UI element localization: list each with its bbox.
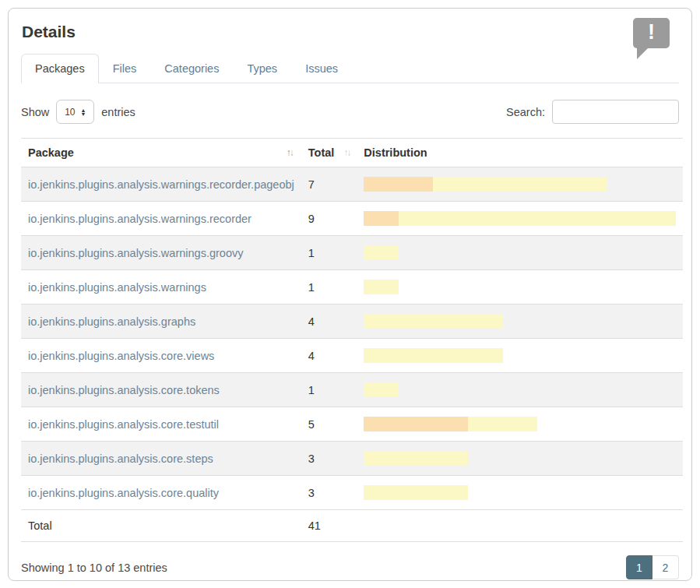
package-link[interactable]: io.jenkins.plugins.analysis.core.steps <box>28 452 213 465</box>
table-controls: Show 10 ▲▼ entries Search: <box>21 100 679 124</box>
distribution-bar <box>364 211 676 226</box>
severity-normal-segment <box>364 382 399 397</box>
severity-high-segment <box>364 417 468 431</box>
tab-issues[interactable]: Issues <box>291 54 352 83</box>
column-header-distribution: Distribution <box>357 139 683 167</box>
total-value: 1 <box>301 270 357 305</box>
table-row: io.jenkins.plugins.analysis.core.views 4 <box>21 339 683 373</box>
severity-normal-segment <box>364 280 399 294</box>
table-row: io.jenkins.plugins.analysis.warnings 1 <box>21 270 683 305</box>
package-link[interactable]: io.jenkins.plugins.analysis.graphs <box>28 315 195 328</box>
entries-label: entries <box>101 106 135 118</box>
tab-files[interactable]: Files <box>99 54 151 83</box>
total-value: 5 <box>301 407 357 442</box>
package-link[interactable]: io.jenkins.plugins.analysis.warnings.rec… <box>28 213 252 225</box>
page-length-value: 10 <box>65 107 75 118</box>
table-row: io.jenkins.plugins.analysis.core.testuti… <box>21 407 683 442</box>
page-title: Details <box>22 23 679 41</box>
show-label: Show <box>21 106 49 118</box>
severity-normal-segment <box>364 245 399 260</box>
severity-normal-segment <box>364 348 502 363</box>
column-header-package[interactable]: Package ↑↓ <box>21 139 301 167</box>
pagination: 1 2 <box>626 555 679 579</box>
page-button-1[interactable]: 1 <box>626 555 653 579</box>
tab-categories[interactable]: Categories <box>150 54 233 83</box>
column-header-total[interactable]: Total ↑↓ <box>301 139 357 167</box>
details-card: Details ! Packages Files Categories Type… <box>8 8 692 581</box>
distribution-bar <box>364 451 676 466</box>
table-footer-bar: Showing 1 to 10 of 13 entries 1 2 <box>21 555 679 579</box>
table-header-row: Package ↑↓ Total ↑↓ Distribution <box>21 139 683 167</box>
total-value: 3 <box>301 442 357 476</box>
sort-icon[interactable]: ↑↓ <box>287 147 293 158</box>
packages-table: Package ↑↓ Total ↑↓ Distribution io.jenk… <box>21 138 683 542</box>
severity-normal-segment <box>364 451 468 466</box>
severity-normal-segment <box>364 485 468 500</box>
search-label: Search: <box>506 106 545 118</box>
exclamation-glyph: ! <box>648 22 655 43</box>
total-value: 1 <box>301 236 357 270</box>
page-button-2[interactable]: 2 <box>653 555 679 579</box>
distribution-bar <box>364 280 676 294</box>
distribution-bar <box>364 348 676 363</box>
tab-bar: Packages Files Categories Types Issues <box>21 54 679 83</box>
table-row: io.jenkins.plugins.analysis.warnings.rec… <box>21 202 683 236</box>
tab-types[interactable]: Types <box>233 54 291 83</box>
distribution-bar <box>364 314 676 329</box>
total-value: 3 <box>301 476 357 510</box>
package-link[interactable]: io.jenkins.plugins.analysis.core.tokens <box>28 384 220 396</box>
tab-packages[interactable]: Packages <box>21 54 99 83</box>
footer-total-label: Total <box>21 510 301 542</box>
distribution-bar <box>364 485 676 500</box>
severity-normal-segment <box>399 211 676 226</box>
package-link[interactable]: io.jenkins.plugins.analysis.warnings <box>28 281 206 294</box>
package-link[interactable]: io.jenkins.plugins.analysis.core.testuti… <box>28 418 219 431</box>
package-link[interactable]: io.jenkins.plugins.analysis.core.quality <box>28 487 219 499</box>
table-row: io.jenkins.plugins.analysis.core.steps 3 <box>21 442 683 476</box>
total-value: 1 <box>301 373 357 407</box>
distribution-bar <box>364 417 676 431</box>
package-link[interactable]: io.jenkins.plugins.analysis.core.views <box>28 350 214 362</box>
page-length-select[interactable]: 10 ▲▼ <box>56 100 94 124</box>
table-row: io.jenkins.plugins.analysis.warnings.rec… <box>21 167 683 202</box>
severity-normal-segment <box>364 314 502 329</box>
comment-exclamation-icon: ! <box>633 18 670 60</box>
search-input[interactable] <box>552 100 679 124</box>
table-row: io.jenkins.plugins.analysis.graphs 4 <box>21 305 683 339</box>
package-link[interactable]: io.jenkins.plugins.analysis.warnings.gro… <box>28 247 243 259</box>
distribution-bar <box>364 177 676 192</box>
total-value: 4 <box>301 305 357 339</box>
severity-normal-segment <box>468 417 537 431</box>
total-value: 9 <box>301 202 357 236</box>
table-row: io.jenkins.plugins.analysis.warnings.gro… <box>21 236 683 270</box>
severity-normal-segment <box>433 177 607 192</box>
severity-high-segment <box>364 211 399 226</box>
table-footer-row: Total 41 <box>21 510 683 542</box>
total-value: 4 <box>301 339 357 373</box>
table-row: io.jenkins.plugins.analysis.core.tokens … <box>21 373 683 407</box>
severity-high-segment <box>364 177 433 192</box>
select-arrows-icon: ▲▼ <box>80 108 86 116</box>
sort-icon[interactable]: ↑↓ <box>343 147 350 158</box>
package-link[interactable]: io.jenkins.plugins.analysis.warnings.rec… <box>28 178 294 191</box>
distribution-bar <box>364 245 676 260</box>
distribution-bar <box>364 382 676 397</box>
entries-info: Showing 1 to 10 of 13 entries <box>21 562 167 574</box>
table-row: io.jenkins.plugins.analysis.core.quality… <box>21 476 683 510</box>
footer-total-value: 41 <box>301 510 357 542</box>
total-value: 7 <box>301 167 357 202</box>
